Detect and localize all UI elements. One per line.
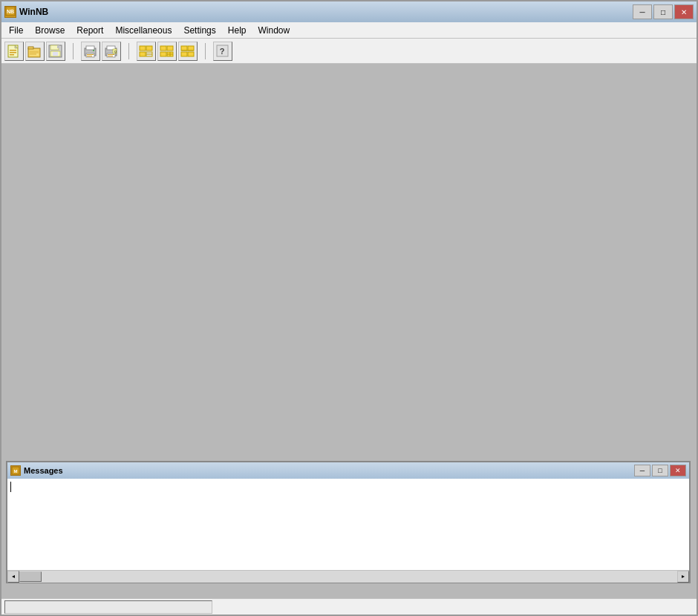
svg-rect-19 xyxy=(86,46,94,50)
messages-scrollbar-horizontal[interactable]: ◂ ▸ xyxy=(7,570,689,582)
app-icon: NB xyxy=(4,6,16,18)
svg-rect-38 xyxy=(160,52,166,56)
close-button[interactable]: ✕ xyxy=(674,4,694,19)
messages-content xyxy=(7,479,689,570)
menu-report[interactable]: Report xyxy=(71,24,109,37)
messages-window-icon: M xyxy=(10,465,21,476)
svg-rect-28 xyxy=(108,56,113,56)
toolbar-save-button[interactable] xyxy=(46,42,65,61)
menu-browse[interactable]: Browse xyxy=(29,24,71,37)
separator-line-3 xyxy=(205,43,206,59)
toolbar-tool2-button[interactable] xyxy=(157,42,177,61)
separator-line-1 xyxy=(73,43,74,59)
status-bar xyxy=(1,598,697,615)
toolbar-open-button[interactable] xyxy=(25,42,45,61)
messages-window-controls: ─ □ ✕ xyxy=(634,465,686,476)
svg-rect-26 xyxy=(107,53,115,57)
toolbar-print-button[interactable] xyxy=(81,42,100,61)
svg-rect-31 xyxy=(140,46,146,50)
toolbar-help-button[interactable]: ? xyxy=(213,42,232,61)
separator-line-2 xyxy=(128,43,129,59)
menu-window[interactable]: Window xyxy=(252,24,296,37)
menu-bar: File Browse Report Miscellaneous Setting… xyxy=(1,22,697,39)
minimize-button[interactable]: ─ xyxy=(633,4,652,19)
window-title: WinNB xyxy=(19,7,48,17)
menu-help[interactable]: Help xyxy=(222,24,252,37)
svg-rect-42 xyxy=(181,46,187,50)
messages-cursor-line xyxy=(10,482,686,492)
scroll-track-h[interactable] xyxy=(19,571,677,583)
svg-rect-22 xyxy=(87,56,92,56)
scroll-thumb-h[interactable] xyxy=(19,571,42,582)
svg-rect-27 xyxy=(108,54,114,55)
menu-miscellaneous[interactable]: Miscellaneous xyxy=(109,24,177,37)
svg-rect-45 xyxy=(188,52,194,56)
svg-text:Q: Q xyxy=(114,50,117,53)
menu-settings[interactable]: Settings xyxy=(177,24,221,37)
svg-text:M: M xyxy=(14,469,18,474)
toolbar-tool3-button[interactable] xyxy=(178,42,198,61)
svg-rect-37 xyxy=(167,46,173,50)
messages-title-left: M Messages xyxy=(10,465,63,476)
scroll-right-arrow[interactable]: ▸ xyxy=(677,571,689,583)
messages-maximize-button[interactable]: □ xyxy=(652,465,668,476)
svg-rect-4 xyxy=(10,50,16,51)
toolbar-print-preview-button[interactable]: Q xyxy=(102,42,121,61)
svg-rect-15 xyxy=(57,45,59,48)
toolbar: Q xyxy=(1,39,697,64)
text-cursor xyxy=(10,482,11,492)
svg-rect-32 xyxy=(146,46,152,50)
svg-rect-33 xyxy=(140,52,146,56)
messages-window: M Messages ─ □ ✕ ◂ xyxy=(6,461,691,583)
svg-rect-44 xyxy=(181,52,187,56)
svg-text:NB: NB xyxy=(7,9,14,14)
svg-rect-21 xyxy=(87,54,94,55)
svg-rect-43 xyxy=(188,46,194,50)
title-bar-controls: ─ □ ✕ xyxy=(633,4,694,19)
toolbar-tool1-button[interactable] xyxy=(137,42,156,61)
messages-window-title: Messages xyxy=(24,466,63,475)
app-icon-label: NB xyxy=(5,6,16,18)
toolbar-new-button[interactable] xyxy=(4,42,24,61)
title-bar: NB WinNB ─ □ ✕ xyxy=(1,1,697,22)
svg-point-23 xyxy=(93,50,94,51)
maximize-button[interactable]: □ xyxy=(653,4,673,19)
svg-rect-6 xyxy=(10,54,14,56)
scroll-left-arrow[interactable]: ◂ xyxy=(7,571,19,583)
svg-rect-20 xyxy=(86,53,94,57)
status-panel xyxy=(4,600,212,614)
svg-rect-17 xyxy=(53,52,58,56)
messages-minimize-button[interactable]: ─ xyxy=(634,465,650,476)
svg-rect-5 xyxy=(10,52,16,53)
messages-title-bar: M Messages ─ □ ✕ xyxy=(7,462,689,479)
menu-file[interactable]: File xyxy=(3,24,29,37)
main-window: NB WinNB ─ □ ✕ File Browse Report Miscel… xyxy=(0,0,698,616)
main-content-area: M Messages ─ □ ✕ ◂ xyxy=(1,64,697,598)
svg-text:?: ? xyxy=(220,47,225,56)
title-bar-left: NB WinNB xyxy=(4,6,48,18)
svg-rect-36 xyxy=(160,46,166,50)
messages-close-button[interactable]: ✕ xyxy=(670,465,686,476)
svg-rect-8 xyxy=(28,47,33,49)
